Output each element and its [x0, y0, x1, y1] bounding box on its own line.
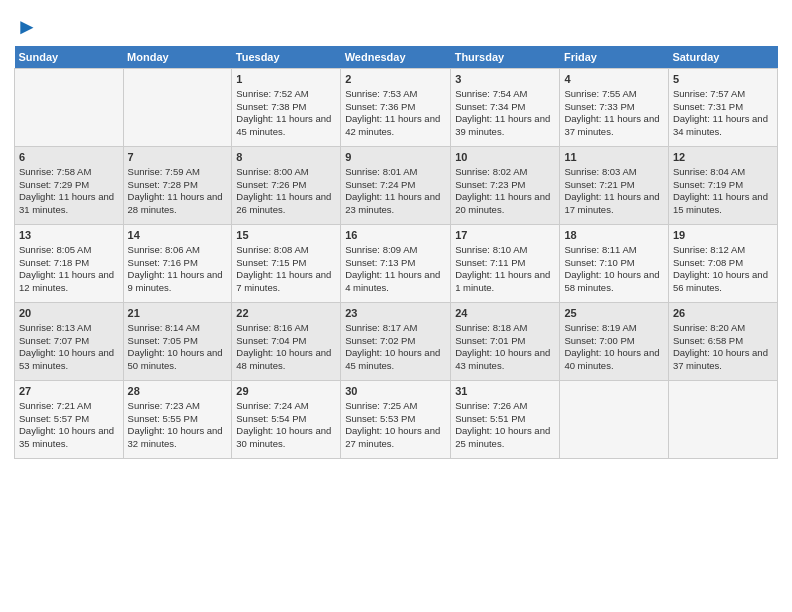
- calendar-cell: 29Sunrise: 7:24 AMSunset: 5:54 PMDayligh…: [232, 381, 341, 459]
- day-number: 10: [455, 150, 555, 165]
- calendar-cell: 9Sunrise: 8:01 AMSunset: 7:24 PMDaylight…: [341, 147, 451, 225]
- day-info: Sunset: 5:54 PM: [236, 413, 306, 424]
- calendar-cell: 1Sunrise: 7:52 AMSunset: 7:38 PMDaylight…: [232, 69, 341, 147]
- calendar-cell: [123, 69, 232, 147]
- day-info: Sunset: 7:23 PM: [455, 179, 525, 190]
- day-info: Sunrise: 7:26 AM: [455, 400, 527, 411]
- calendar-cell: 20Sunrise: 8:13 AMSunset: 7:07 PMDayligh…: [15, 303, 124, 381]
- day-info: Sunrise: 8:18 AM: [455, 322, 527, 333]
- page-container: ► SundayMondayTuesdayWednesdayThursdayFr…: [0, 0, 792, 469]
- calendar-cell: 3Sunrise: 7:54 AMSunset: 7:34 PMDaylight…: [451, 69, 560, 147]
- calendar-cell: 7Sunrise: 7:59 AMSunset: 7:28 PMDaylight…: [123, 147, 232, 225]
- day-info: Sunrise: 7:53 AM: [345, 88, 417, 99]
- day-number: 9: [345, 150, 446, 165]
- day-info: Sunset: 7:18 PM: [19, 257, 89, 268]
- calendar-cell: 16Sunrise: 8:09 AMSunset: 7:13 PMDayligh…: [341, 225, 451, 303]
- day-info: Daylight: 10 hours and 37 minutes.: [673, 347, 768, 371]
- day-number: 30: [345, 384, 446, 399]
- day-number: 3: [455, 72, 555, 87]
- day-info: Daylight: 11 hours and 17 minutes.: [564, 191, 659, 215]
- day-info: Sunset: 7:28 PM: [128, 179, 198, 190]
- day-info: Sunset: 7:19 PM: [673, 179, 743, 190]
- day-number: 26: [673, 306, 773, 321]
- day-info: Sunrise: 8:08 AM: [236, 244, 308, 255]
- header: ►: [14, 10, 778, 40]
- day-number: 20: [19, 306, 119, 321]
- calendar-week-1: 1Sunrise: 7:52 AMSunset: 7:38 PMDaylight…: [15, 69, 778, 147]
- day-info: Daylight: 10 hours and 45 minutes.: [345, 347, 440, 371]
- calendar-cell: 10Sunrise: 8:02 AMSunset: 7:23 PMDayligh…: [451, 147, 560, 225]
- calendar-cell: 19Sunrise: 8:12 AMSunset: 7:08 PMDayligh…: [668, 225, 777, 303]
- day-number: 22: [236, 306, 336, 321]
- day-number: 11: [564, 150, 663, 165]
- day-info: Sunrise: 8:01 AM: [345, 166, 417, 177]
- day-info: Sunset: 7:33 PM: [564, 101, 634, 112]
- weekday-header-row: SundayMondayTuesdayWednesdayThursdayFrid…: [15, 46, 778, 69]
- day-info: Sunset: 7:31 PM: [673, 101, 743, 112]
- day-info: Daylight: 11 hours and 20 minutes.: [455, 191, 550, 215]
- day-number: 4: [564, 72, 663, 87]
- calendar-cell: 24Sunrise: 8:18 AMSunset: 7:01 PMDayligh…: [451, 303, 560, 381]
- day-info: Sunrise: 8:06 AM: [128, 244, 200, 255]
- day-info: Sunrise: 7:55 AM: [564, 88, 636, 99]
- day-info: Sunrise: 7:59 AM: [128, 166, 200, 177]
- calendar-cell: 28Sunrise: 7:23 AMSunset: 5:55 PMDayligh…: [123, 381, 232, 459]
- day-info: Sunrise: 8:04 AM: [673, 166, 745, 177]
- day-info: Sunrise: 7:21 AM: [19, 400, 91, 411]
- calendar-week-2: 6Sunrise: 7:58 AMSunset: 7:29 PMDaylight…: [15, 147, 778, 225]
- day-info: Sunrise: 8:09 AM: [345, 244, 417, 255]
- day-info: Sunset: 7:02 PM: [345, 335, 415, 346]
- calendar-cell: 21Sunrise: 8:14 AMSunset: 7:05 PMDayligh…: [123, 303, 232, 381]
- day-info: Sunset: 7:36 PM: [345, 101, 415, 112]
- day-info: Sunset: 7:08 PM: [673, 257, 743, 268]
- day-info: Sunrise: 7:25 AM: [345, 400, 417, 411]
- day-number: 27: [19, 384, 119, 399]
- day-info: Sunset: 7:16 PM: [128, 257, 198, 268]
- day-info: Daylight: 11 hours and 26 minutes.: [236, 191, 331, 215]
- day-number: 24: [455, 306, 555, 321]
- day-info: Daylight: 11 hours and 39 minutes.: [455, 113, 550, 137]
- day-number: 29: [236, 384, 336, 399]
- day-info: Daylight: 10 hours and 30 minutes.: [236, 425, 331, 449]
- day-number: 12: [673, 150, 773, 165]
- day-info: Daylight: 11 hours and 45 minutes.: [236, 113, 331, 137]
- day-info: Sunrise: 8:13 AM: [19, 322, 91, 333]
- day-info: Sunset: 7:05 PM: [128, 335, 198, 346]
- calendar-cell: 5Sunrise: 7:57 AMSunset: 7:31 PMDaylight…: [668, 69, 777, 147]
- day-info: Sunset: 7:21 PM: [564, 179, 634, 190]
- day-info: Sunset: 5:55 PM: [128, 413, 198, 424]
- calendar-cell: 17Sunrise: 8:10 AMSunset: 7:11 PMDayligh…: [451, 225, 560, 303]
- calendar-cell: 2Sunrise: 7:53 AMSunset: 7:36 PMDaylight…: [341, 69, 451, 147]
- day-number: 6: [19, 150, 119, 165]
- calendar-cell: 27Sunrise: 7:21 AMSunset: 5:57 PMDayligh…: [15, 381, 124, 459]
- day-info: Sunset: 5:51 PM: [455, 413, 525, 424]
- calendar-cell: 13Sunrise: 8:05 AMSunset: 7:18 PMDayligh…: [15, 225, 124, 303]
- day-number: 1: [236, 72, 336, 87]
- day-number: 8: [236, 150, 336, 165]
- day-info: Sunrise: 8:03 AM: [564, 166, 636, 177]
- day-info: Daylight: 11 hours and 23 minutes.: [345, 191, 440, 215]
- day-number: 31: [455, 384, 555, 399]
- day-info: Sunset: 7:00 PM: [564, 335, 634, 346]
- day-info: Daylight: 10 hours and 25 minutes.: [455, 425, 550, 449]
- day-info: Sunset: 7:24 PM: [345, 179, 415, 190]
- day-info: Daylight: 10 hours and 43 minutes.: [455, 347, 550, 371]
- day-info: Daylight: 10 hours and 27 minutes.: [345, 425, 440, 449]
- day-info: Sunrise: 8:00 AM: [236, 166, 308, 177]
- day-info: Daylight: 11 hours and 37 minutes.: [564, 113, 659, 137]
- day-info: Sunrise: 7:24 AM: [236, 400, 308, 411]
- day-info: Daylight: 10 hours and 50 minutes.: [128, 347, 223, 371]
- calendar-cell: 14Sunrise: 8:06 AMSunset: 7:16 PMDayligh…: [123, 225, 232, 303]
- day-info: Daylight: 11 hours and 15 minutes.: [673, 191, 768, 215]
- calendar-week-5: 27Sunrise: 7:21 AMSunset: 5:57 PMDayligh…: [15, 381, 778, 459]
- day-info: Daylight: 10 hours and 53 minutes.: [19, 347, 114, 371]
- calendar-cell: 15Sunrise: 8:08 AMSunset: 7:15 PMDayligh…: [232, 225, 341, 303]
- logo-icon: ►: [16, 14, 38, 39]
- weekday-header-thursday: Thursday: [451, 46, 560, 69]
- day-info: Daylight: 10 hours and 58 minutes.: [564, 269, 659, 293]
- day-number: 14: [128, 228, 228, 243]
- weekday-header-wednesday: Wednesday: [341, 46, 451, 69]
- day-info: Daylight: 11 hours and 34 minutes.: [673, 113, 768, 137]
- calendar-cell: 25Sunrise: 8:19 AMSunset: 7:00 PMDayligh…: [560, 303, 668, 381]
- day-number: 13: [19, 228, 119, 243]
